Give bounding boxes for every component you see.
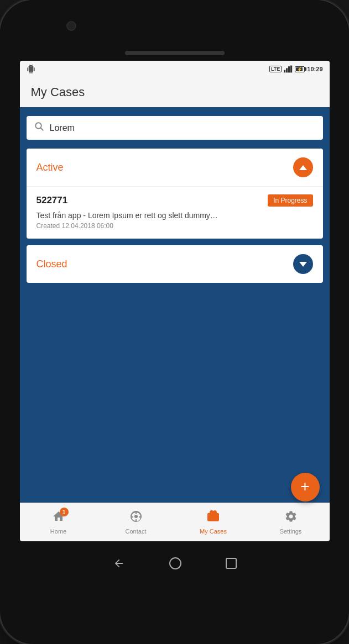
front-camera (66, 21, 76, 31)
android-icon (27, 65, 35, 73)
plus-icon: + (300, 479, 309, 494)
page-title: My Cases (31, 85, 319, 99)
svg-rect-1 (286, 68, 288, 72)
case-description: Test från app - Lorem Ipsum er rett og s… (37, 211, 313, 220)
home-button[interactable] (169, 557, 181, 569)
contact-icon (129, 510, 143, 526)
svg-rect-2 (288, 66, 290, 72)
closed-toggle-button[interactable] (293, 254, 313, 274)
nav-item-mycases[interactable]: My Cases (175, 503, 252, 541)
case-item[interactable]: 522771 In Progress Test från app - Lorem… (27, 186, 323, 239)
phone-speaker (125, 51, 225, 55)
search-icon (34, 122, 44, 134)
back-button[interactable] (113, 557, 125, 569)
clock: 10:29 (307, 66, 322, 72)
case-created-date: Created 12.04.2018 06:00 (37, 222, 313, 230)
case-item-header: 522771 In Progress (37, 194, 313, 207)
active-toggle-button[interactable] (293, 157, 313, 177)
screen: LTE ⚡ 10:29 My Cases (20, 61, 330, 541)
closed-section-title: Closed (37, 258, 67, 270)
nav-item-settings[interactable]: Settings (252, 503, 330, 541)
search-input[interactable]: Lorem (50, 123, 315, 133)
active-section-title: Active (37, 162, 64, 173)
status-right: LTE ⚡ 10:29 (269, 65, 322, 73)
system-nav-bar (0, 541, 349, 597)
status-badge: In Progress (268, 194, 312, 207)
svg-point-6 (134, 515, 138, 518)
app-content: Lorem Active 522771 In Progress Test frå (20, 107, 330, 503)
status-left (27, 65, 35, 73)
nav-item-contact[interactable]: Contact (97, 503, 175, 541)
phone-shell: LTE ⚡ 10:29 My Cases (0, 0, 349, 644)
lte-indicator: LTE (269, 66, 282, 72)
active-section: Active 522771 In Progress Test från app … (27, 149, 323, 239)
recents-button[interactable] (226, 558, 237, 569)
settings-icon (284, 510, 298, 526)
svg-rect-0 (284, 70, 285, 73)
app-header: My Cases (20, 77, 330, 107)
closed-section-header[interactable]: Closed (27, 245, 323, 283)
closed-section: Closed (27, 245, 323, 283)
contact-nav-label: Contact (126, 528, 147, 535)
svg-rect-3 (290, 66, 292, 73)
home-icon: 1 (52, 510, 65, 526)
add-case-fab[interactable]: + (291, 473, 320, 502)
home-badge: 1 (60, 508, 69, 516)
chevron-up-icon (299, 165, 307, 170)
mycases-icon (207, 510, 220, 526)
svg-line-5 (40, 128, 43, 130)
search-bar[interactable]: Lorem (27, 116, 323, 140)
nav-item-home[interactable]: 1 Home (20, 503, 97, 541)
status-bar: LTE ⚡ 10:29 (20, 61, 330, 77)
settings-nav-label: Settings (280, 528, 302, 535)
battery-icon: ⚡ (295, 66, 305, 72)
chevron-down-icon (299, 262, 307, 267)
phone-top-bar (0, 0, 349, 61)
bottom-nav: 1 Home Contact My (20, 503, 330, 541)
case-number: 522771 (37, 195, 68, 206)
signal-icon (284, 65, 293, 73)
home-nav-label: Home (50, 528, 66, 535)
mycases-nav-label: My Cases (200, 528, 227, 535)
active-section-header[interactable]: Active (27, 149, 323, 186)
